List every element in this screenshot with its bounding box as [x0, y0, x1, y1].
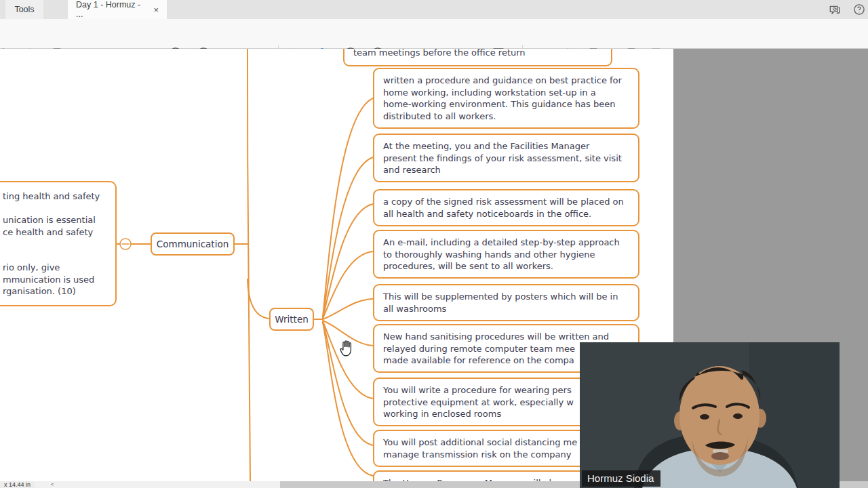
tab-tools-label: Tools — [14, 5, 34, 14]
pdf-page-canvas[interactable]: team meetings before the office return t… — [0, 49, 673, 481]
mindmap-box: At the meeting, you and the Facilities M… — [373, 134, 639, 182]
tab-document-label: Day 1 - Hormuz - ... — [76, 0, 146, 19]
tab-tools[interactable]: Tools — [5, 0, 43, 19]
close-icon[interactable]: × — [153, 5, 159, 15]
mindmap-box: This will be supplemented by posters whi… — [373, 284, 639, 321]
hand-cursor-icon — [338, 338, 355, 357]
mindmap-box-top: team meetings before the office return — [343, 49, 612, 66]
scroll-left-arrow[interactable]: < — [47, 481, 57, 488]
mindmap-box-left: ting health and safety unication is esse… — [0, 181, 117, 306]
participant-video — [580, 342, 840, 488]
tab-document[interactable]: Day 1 - Hormuz - ... × — [68, 0, 167, 19]
webcam-video-overlay[interactable]: Hormuz Siodia — [580, 342, 840, 488]
page-dimensions-label: x 14.44 in — [0, 481, 35, 488]
tab-bar: Tools Day 1 - Hormuz - ... × — [0, 0, 868, 19]
participant-name-label: Hormuz Siodia — [582, 470, 660, 487]
mindmap-box: An e-mail, including a detailed step-by-… — [373, 230, 639, 279]
mindmap-box: a copy of the signed risk assessment wil… — [373, 189, 639, 226]
mindmap-node-written: Written — [269, 308, 314, 331]
mindmap-node-communication: Communication — [151, 232, 235, 256]
acrobat-window: Tools Day 1 - Hormuz - ... × — [0, 0, 868, 488]
feedback-icon[interactable] — [827, 2, 842, 17]
help-icon[interactable] — [852, 2, 867, 17]
toolbar: 11 / 24 100% — [0, 19, 868, 49]
mindmap-box: written a procedure and guidance on best… — [373, 68, 639, 129]
